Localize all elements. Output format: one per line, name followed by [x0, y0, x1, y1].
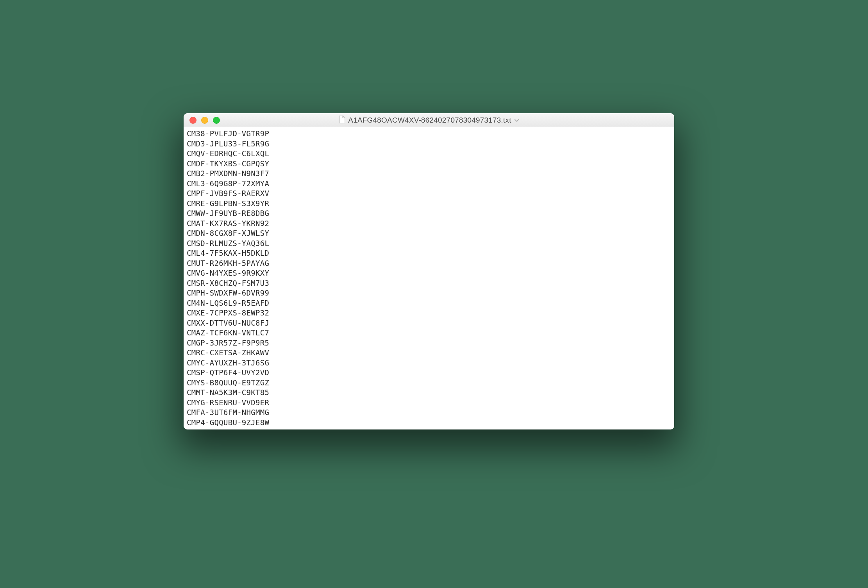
text-line: CMUT-R26MKH-5PAYAG [187, 258, 671, 269]
text-line: CMFA-3UT6FM-NHGMMG [187, 408, 671, 418]
text-line: CMYG-RSENRU-VVD9ER [187, 398, 671, 408]
text-line: CMPH-SWDXFW-6DVR99 [187, 288, 671, 298]
text-line: CMPF-JVB9FS-RAERXV [187, 189, 671, 199]
text-line: CMGP-3JR57Z-F9P9R5 [187, 338, 671, 348]
text-line: CMMT-NA5K3M-C9KT85 [187, 388, 671, 398]
text-line: CMAZ-TCF6KN-VNTLC7 [187, 328, 671, 338]
text-line: CMD3-JPLU33-FL5R9G [187, 139, 671, 149]
text-line: CMSR-X8CHZQ-FSM7U3 [187, 278, 671, 289]
window-titlebar[interactable]: A1AFG48OACW4XV-8624027078304973173.txt [184, 113, 674, 127]
text-line: CML4-7F5KAX-H5DKLD [187, 248, 671, 258]
text-line: CMXX-DTTV6U-NUC8FJ [187, 318, 671, 328]
text-line: CMP4-GQQUBU-9ZJE8W [187, 418, 671, 428]
text-line: CMB2-PMXDMN-N9N3F7 [187, 169, 671, 179]
minimize-button[interactable] [201, 117, 208, 124]
text-line: CMDN-8CGX8F-XJWLSY [187, 228, 671, 239]
text-line: CMQV-EDRHQC-C6LXQL [187, 149, 671, 159]
text-lines: CM38-PVLFJD-VGTR9PCMD3-JPLU33-FL5R9GCMQV… [184, 127, 674, 429]
text-line: CM38-PVLFJD-VGTR9P [187, 129, 671, 139]
text-line: CMYS-B8QUUQ-E9TZGZ [187, 378, 671, 388]
text-line: CMAT-KX7RAS-YKRN92 [187, 219, 671, 229]
window-controls [184, 117, 220, 124]
close-button[interactable] [189, 117, 196, 124]
text-line: CMVG-N4YXES-9R9KXY [187, 268, 671, 278]
zoom-button[interactable] [213, 117, 220, 124]
text-line: CMDF-TKYXBS-CGPQSY [187, 159, 671, 169]
window-title: A1AFG48OACW4XV-8624027078304973173.txt [348, 116, 511, 125]
text-line: CMYC-AYUXZH-3TJ6SG [187, 358, 671, 368]
text-line: CML3-6Q9G8P-72XMYA [187, 179, 671, 189]
document-icon [339, 116, 345, 125]
text-line: CMXE-7CPPXS-8EWP32 [187, 308, 671, 318]
text-line: CMSP-QTP6F4-UVY2VD [187, 368, 671, 378]
text-line: CMWW-JF9UYB-RE8DBG [187, 208, 671, 219]
title-wrap: A1AFG48OACW4XV-8624027078304973173.txt [184, 116, 674, 125]
text-line: CMRE-G9LPBN-S3X9YR [187, 199, 671, 209]
text-content-area[interactable]: CM38-PVLFJD-VGTR9PCMD3-JPLU33-FL5R9GCMQV… [184, 127, 674, 429]
text-line: CMRC-CXETSA-ZHKAWV [187, 348, 671, 358]
text-editor-window: A1AFG48OACW4XV-8624027078304973173.txt C… [184, 113, 674, 429]
chevron-down-icon[interactable] [514, 117, 519, 123]
text-line: CM4N-LQS6L9-R5EAFD [187, 298, 671, 308]
text-line: CMSD-RLMUZS-YAQ36L [187, 239, 671, 249]
